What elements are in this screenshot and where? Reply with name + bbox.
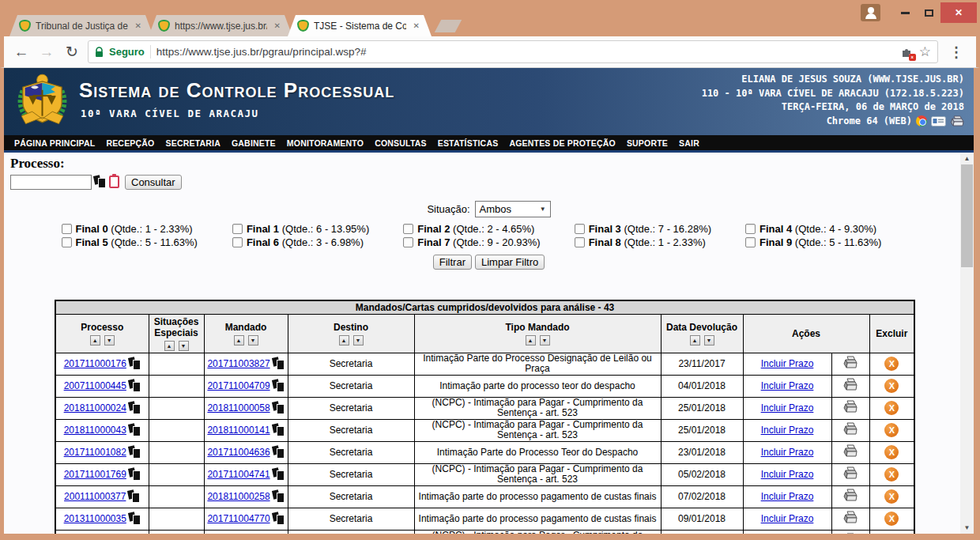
incluir-prazo-link[interactable]: Incluir Prazo [761,491,814,502]
final-checkbox[interactable] [62,224,72,234]
sort-asc-icon[interactable]: ▲ [526,335,536,346]
sort-desc-icon[interactable]: ▼ [540,335,550,346]
menu-item-agentes-de-protecao[interactable]: AGENTES DE PROTEÇÃO [503,138,620,148]
menu-item-consultas[interactable]: CONSULTAS [369,138,432,148]
menu-item-suporte[interactable]: SUPORTE [621,138,673,148]
copy-icon[interactable] [129,424,141,436]
sort-asc-icon[interactable]: ▲ [90,335,100,346]
final-filter-3[interactable]: Final 3 (Qtde.: 7 - 16.28%) [575,222,745,236]
browser-tab[interactable]: Tribunal de Justiça de Se✕ [9,15,153,36]
incluir-prazo-link[interactable]: Incluir Prazo [761,513,814,524]
final-filter-0[interactable]: Final 0 (Qtde.: 1 - 2.33%) [62,222,232,236]
print-icon[interactable] [842,533,858,534]
mandado-link[interactable]: 201711004709 [207,380,270,391]
scrollbar-thumb[interactable] [961,164,973,267]
mandado-link[interactable]: 201711004741 [207,469,270,480]
print-icon[interactable] [842,422,858,438]
menu-item-estatisticas[interactable]: ESTATÍSTICAS [432,138,504,148]
delete-button[interactable]: X [884,512,899,526]
final-filter-9[interactable]: Final 9 (Qtde.: 5 - 11.63%) [745,236,916,249]
paste-clipboard-icon[interactable] [109,176,119,188]
final-checkbox[interactable] [745,224,756,234]
sort-desc-icon[interactable]: ▼ [353,335,364,346]
copy-icon[interactable] [129,402,141,414]
delete-button[interactable]: X [884,357,899,371]
menu-item-pagina-principal[interactable]: PÁGINA PRINCIPAL [9,138,100,148]
situacao-select[interactable]: Ambos ▼ [475,201,551,217]
copy-icon[interactable] [273,357,285,370]
processo-link[interactable]: 200711000445 [64,380,126,391]
copy-icon[interactable] [273,446,285,459]
final-filter-2[interactable]: Final 2 (Qtde.: 2 - 4.65%) [403,222,574,236]
mandado-link[interactable]: 201711003827 [207,358,270,369]
vertical-scrollbar[interactable]: ▲ ▼ [960,153,974,534]
incluir-prazo-link[interactable]: Incluir Prazo [761,402,814,413]
scroll-up-icon[interactable]: ▲ [960,153,974,164]
final-checkbox[interactable] [575,224,585,234]
consultar-button[interactable]: Consultar [125,175,182,190]
profile-button[interactable] [861,4,880,21]
limpar-filtro-button[interactable]: Limpar Filtro [475,255,545,270]
final-filter-5[interactable]: Final 5 (Qtde.: 5 - 11.63%) [62,236,232,249]
print-icon[interactable] [842,356,858,372]
mandado-link[interactable]: 201711004770 [207,513,270,524]
back-icon[interactable]: ← [12,43,31,61]
final-checkbox[interactable] [232,224,243,234]
sort-asc-icon[interactable]: ▲ [164,341,175,351]
processo-link[interactable]: 201811000043 [64,425,126,436]
incluir-prazo-link[interactable]: Incluir Prazo [761,447,814,458]
processo-link[interactable]: 200111000377 [64,491,126,502]
minimize-button[interactable] [893,2,917,23]
forward-icon[interactable]: → [37,43,56,61]
copy-icon[interactable] [273,512,285,525]
maximize-button[interactable] [917,2,940,23]
delete-button[interactable]: X [884,489,899,504]
delete-button[interactable]: X [884,467,899,481]
tab-close-icon[interactable]: ✕ [272,21,283,31]
id-card-icon[interactable] [931,116,946,127]
final-checkbox[interactable] [62,237,72,247]
print-icon[interactable] [842,466,858,482]
processo-link[interactable]: 201711001769 [64,469,126,480]
copy-icon[interactable] [129,446,141,459]
incluir-prazo-link[interactable]: Incluir Prazo [761,469,814,480]
menu-item-gabinete[interactable]: GABINETE [226,138,281,148]
copy-icon[interactable] [94,176,106,188]
final-filter-7[interactable]: Final 7 (Qtde.: 9 - 20.93%) [403,236,574,249]
print-icon[interactable] [842,400,858,416]
close-button[interactable]: ✕ [940,2,977,23]
copy-icon[interactable] [129,512,141,525]
browser-tab[interactable]: TJSE - Sistema de Contro✕ [288,15,432,36]
mandado-link[interactable]: 201811000258 [207,491,270,502]
copy-icon[interactable] [273,402,285,414]
incluir-prazo-link[interactable]: Incluir Prazo [761,380,814,391]
menu-item-recepcao[interactable]: RECEPÇÃO [100,138,160,148]
sort-asc-icon[interactable]: ▲ [690,335,700,346]
final-filter-6[interactable]: Final 6 (Qtde.: 3 - 6.98%) [232,236,403,249]
tab-close-icon[interactable]: ✕ [133,21,144,31]
copy-icon[interactable] [273,468,285,481]
final-checkbox[interactable] [403,224,413,234]
copy-icon[interactable] [129,468,141,481]
processo-link[interactable]: 201811000024 [64,402,126,413]
sort-desc-icon[interactable]: ▼ [104,335,115,346]
copy-icon[interactable] [128,490,140,503]
processo-link[interactable]: 201711001082 [64,447,126,458]
secure-label[interactable]: Seguro [109,46,145,58]
final-filter-4[interactable]: Final 4 (Qtde.: 4 - 9.30%) [745,222,916,236]
mandado-link[interactable]: 201811000141 [207,425,270,436]
copy-icon[interactable] [129,357,141,370]
url-text[interactable]: https://www.tjse.jus.br/pgrau/principal.… [156,46,894,58]
mandado-link[interactable]: 201711004636 [207,447,270,458]
final-checkbox[interactable] [403,237,413,247]
sort-asc-icon[interactable]: ▲ [234,335,244,346]
new-tab-button[interactable] [435,20,462,32]
incluir-prazo-link[interactable]: Incluir Prazo [761,358,814,369]
bookmark-star-icon[interactable]: ☆ [919,43,931,60]
processo-link[interactable]: 201711000176 [64,358,126,369]
print-header-icon[interactable] [950,115,964,127]
sort-desc-icon[interactable]: ▼ [704,335,714,346]
copy-icon[interactable] [129,380,141,392]
delete-button[interactable]: X [884,445,899,459]
print-icon[interactable] [842,511,858,527]
